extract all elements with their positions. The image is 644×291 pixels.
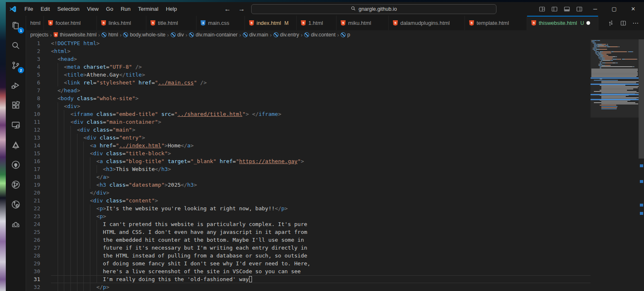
code-row-5[interactable]: 5 <title>Athene.Gay</title> (26, 71, 590, 79)
toggle-panel-icon[interactable] (561, 4, 573, 14)
breadcrumb-item-div.content[interactable]: div.content (303, 32, 337, 38)
menu-go[interactable]: Go (102, 6, 117, 12)
code-row-4[interactable]: 4 <meta charset="UTF-8" /> (26, 63, 590, 71)
code-line[interactable]: <!DOCTYPE html> (51, 39, 590, 47)
code-line[interactable]: I can't pretend this website is particul… (51, 220, 590, 228)
activity-extensions-icon[interactable] (6, 95, 26, 115)
code-line[interactable]: <div class="title-block"> (51, 149, 590, 157)
code-row-17[interactable]: 17 <h3>This Website</h3> (26, 165, 590, 173)
menu-edit[interactable]: Edit (37, 6, 53, 12)
code-line[interactable]: <html> (51, 47, 590, 55)
code-line[interactable]: <h3 class="datestamp">2025</h3> (51, 181, 590, 189)
breadcrumb-item-thiswebsite.html[interactable]: 5thiswebsite.html (53, 32, 97, 38)
maximize-button[interactable]: ▢ (605, 2, 623, 16)
tab-main.css[interactable]: 3main.css (196, 16, 245, 30)
activity-gitlens-icon[interactable] (6, 175, 26, 195)
code-row-25[interactable]: 25 HTML and CSS. I don't even have any j… (26, 228, 590, 236)
code-row-14[interactable]: 14 <a href="../index.html">Home</a> (26, 142, 590, 149)
code-row-32[interactable]: 32 </p> (26, 283, 590, 291)
activity-gitlens-inspect-icon[interactable] (6, 195, 26, 214)
code-line[interactable]: <div class="content"> (51, 197, 590, 204)
breadcrumb-item-div[interactable]: div (170, 32, 185, 38)
code-line[interactable]: </div> (51, 189, 590, 197)
code-line[interactable]: <a href="../index.html">Home</a> (51, 142, 590, 149)
code-row-8[interactable]: 8 <body class="whole-site"> (26, 94, 590, 102)
menu-view[interactable]: View (83, 6, 102, 12)
activity-source-control-icon[interactable]: 2 (6, 55, 26, 75)
code-line[interactable]: the HTML instead of pulling from a datab… (51, 252, 590, 260)
code-row-2[interactable]: 2<html> (26, 47, 590, 55)
code-line[interactable]: <a class="blog-title" target="_blank" hr… (51, 157, 590, 165)
code-line[interactable]: </head> (51, 87, 590, 94)
tab-footer.html[interactable]: 5footer.html (44, 16, 97, 30)
code-line[interactable]: <iframe class="embed-title" src="../shar… (51, 110, 590, 118)
menu-run[interactable]: Run (117, 6, 134, 12)
activity-remote-explorer-icon[interactable] (6, 115, 26, 135)
code-row-1[interactable]: 1<!DOCTYPE html> (26, 39, 590, 47)
tab-miku.html[interactable]: 5miku.html (337, 16, 389, 30)
code-row-23[interactable]: 23 <p> (26, 212, 590, 220)
code-row-20[interactable]: 20 </div> (26, 189, 590, 197)
code-row-12[interactable]: 12 <div class="main"> (26, 126, 590, 134)
activity-explorer-icon[interactable]: 1 (6, 16, 26, 36)
more-actions-icon[interactable]: ⋯ (631, 18, 641, 28)
breadcrumb-item-p[interactable]: p (340, 32, 351, 38)
activity-run-debug-icon[interactable] (6, 75, 26, 95)
code-row-21[interactable]: 21 <div class="content"> (26, 197, 590, 204)
code-editor[interactable]: 1<!DOCTYPE html>2<html>3 <head>4 <meta c… (26, 39, 644, 291)
tab-html[interactable]: html (26, 16, 44, 30)
forward-button[interactable]: → (235, 5, 249, 13)
code-line[interactable]: <div class="main-container"> (51, 118, 590, 126)
code-row-10[interactable]: 10 <iframe class="embed-title" src="../s… (26, 110, 590, 118)
menu-terminal[interactable]: Terminal (134, 6, 162, 12)
minimap-slider[interactable] (591, 39, 639, 118)
code-line[interactable]: here's a live screenshot of the site in … (51, 267, 590, 275)
breadcrumb-item-div.main[interactable]: div.main (242, 32, 269, 38)
code-row-9[interactable]: 9 <div> (26, 102, 590, 110)
back-button[interactable]: ← (220, 5, 235, 13)
code-row-19[interactable]: 19 <h3 class="datestamp">2025</h3> (26, 181, 590, 189)
customize-layout-icon[interactable] (536, 4, 548, 14)
activity-godot-tools-icon[interactable] (6, 214, 26, 234)
code-lines[interactable]: 1<!DOCTYPE html>2<html>3 <head>4 <meta c… (26, 39, 590, 291)
code-line[interactable]: of doing some fancy shit I don't see why… (51, 260, 590, 267)
menu-help[interactable]: Help (162, 6, 181, 12)
toggle-primary-sidebar-icon[interactable] (549, 4, 560, 14)
code-line[interactable]: <meta charset="UTF-8" /> (51, 63, 590, 71)
code-line[interactable]: </a> (51, 173, 590, 181)
tab-links.html[interactable]: 5links.html (97, 16, 146, 30)
scrollbar-thumb[interactable] (639, 39, 644, 159)
activity-search-icon[interactable] (6, 36, 26, 55)
code-line[interactable]: <body class="whole-site"> (51, 94, 590, 102)
code-row-15[interactable]: 15 <div class="title-block"> (26, 149, 590, 157)
code-row-16[interactable]: 16 <a class="blog-title" target="_blank"… (26, 157, 590, 165)
breadcrumb-item-projects[interactable]: projects (29, 32, 49, 38)
menu-selection[interactable]: Selection (53, 6, 83, 12)
code-row-22[interactable]: 22 <p>It's the website you're looking at… (26, 204, 590, 212)
toggle-secondary-sidebar-icon[interactable] (574, 4, 585, 14)
code-line[interactable]: </p> (51, 283, 590, 291)
code-row-26[interactable]: 26 the embedded hit counter at the botto… (26, 236, 590, 244)
code-line[interactable]: I'm really doing this the 'old-fashioned… (51, 275, 590, 283)
code-row-29[interactable]: 29 of doing some fancy shit I don't see … (26, 260, 590, 267)
open-changes-icon[interactable] (606, 18, 616, 28)
breadcrumb-item-div.entry[interactable]: div.entry (273, 32, 300, 38)
split-editor-icon[interactable] (618, 18, 628, 28)
code-line[interactable]: HTML and CSS. I don't even have any java… (51, 228, 590, 236)
tab-dalamudplugins.html[interactable]: 5dalamudplugins.html (389, 16, 465, 30)
code-row-3[interactable]: 3 <head> (26, 55, 590, 63)
code-row-13[interactable]: 13 <div class="entry"> (26, 134, 590, 142)
code-row-6[interactable]: 6 <link rel="stylesheet" href="../main.c… (26, 79, 590, 87)
activity-a-extension-icon[interactable] (6, 135, 26, 155)
code-row-31[interactable]: 31 I'm really doing this the 'old-fashio… (26, 275, 590, 283)
close-button[interactable]: ✕ (624, 2, 642, 16)
code-line[interactable]: <title>Athene.Gay</title> (51, 71, 590, 79)
code-line[interactable]: <p>It's the website you're looking at ri… (51, 204, 590, 212)
breadcrumb-item-body.whole-site[interactable]: body.whole-site (122, 32, 166, 38)
code-line[interactable]: <h3>This Website</h3> (51, 165, 590, 173)
code-line[interactable]: <div> (51, 102, 590, 110)
code-row-28[interactable]: 28 the HTML instead of pulling from a da… (26, 252, 590, 260)
code-line[interactable]: the embedded hit counter at the bottom. … (51, 236, 590, 244)
code-row-30[interactable]: 30 here's a live screenshot of the site … (26, 267, 590, 275)
code-row-7[interactable]: 7 </head> (26, 87, 590, 94)
